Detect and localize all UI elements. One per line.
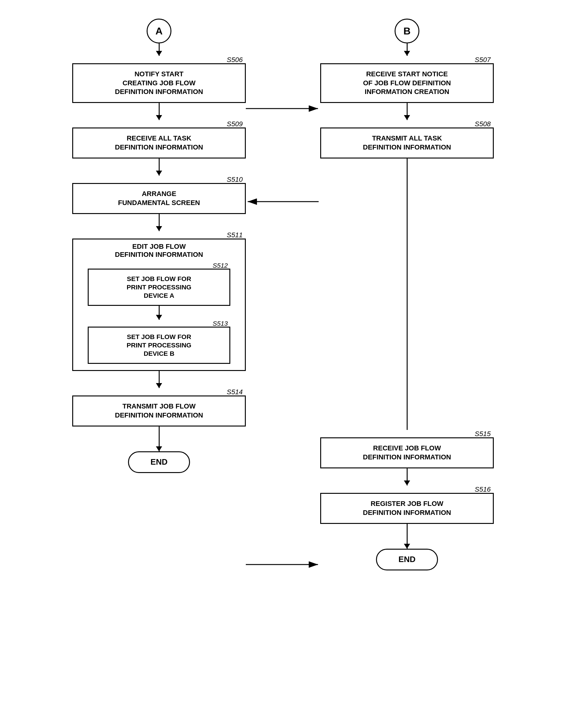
step-s508-row: S508 TRANSMIT ALL TASK DEFINITION INFORM…: [320, 120, 494, 159]
step-s510-row: S510 ARRANGE FUNDAMENTAL SCREEN: [72, 176, 246, 214]
step-s507-row: S507 RECEIVE START NOTICE OF JOB FLOW DE…: [320, 56, 494, 103]
arrow-s514-end: [159, 427, 160, 451]
arrow-a-to-s506: [159, 43, 160, 56]
box-s510: ARRANGE FUNDAMENTAL SCREEN: [72, 183, 246, 214]
box-s513: SET JOB FLOW FOR PRINT PROCESSING DEVICE…: [88, 327, 230, 364]
step-s515-row: S515 RECEIVE JOB FLOW DEFINITION INFORMA…: [320, 430, 494, 468]
step-s516-row: S516 REGISTER JOB FLOW DEFINITION INFORM…: [320, 485, 494, 524]
box-s514: TRANSMIT JOB FLOW DEFINITION INFORMATION: [72, 395, 246, 427]
arrow-s511-s514: [159, 371, 160, 388]
start-node-a: A: [147, 19, 172, 43]
label-s510: S510: [227, 176, 243, 184]
arrow-s512-s513: [159, 306, 160, 320]
box-s507: RECEIVE START NOTICE OF JOB FLOW DEFINIT…: [320, 63, 494, 103]
label-s511: S511: [227, 231, 243, 239]
label-s513: S513: [213, 320, 228, 327]
label-s516: S516: [475, 485, 491, 494]
arrow-s509-s510: [159, 159, 160, 176]
box-s516: REGISTER JOB FLOW DEFINITION INFORMATION: [320, 493, 494, 524]
arrow-s516-end: [407, 524, 408, 549]
step-s513-row: S513 SET JOB FLOW FOR PRINT PROCESSING D…: [88, 320, 230, 364]
box-s512: SET JOB FLOW FOR PRINT PROCESSING DEVICE…: [88, 269, 230, 306]
box-s511-title: EDIT JOB FLOW DEFINITION INFORMATION: [115, 243, 203, 259]
arrow-s506-down: [159, 103, 160, 120]
label-s507: S507: [475, 56, 491, 64]
step-s512-row: S512 SET JOB FLOW FOR PRINT PROCESSING D…: [88, 262, 230, 306]
end-node-left: END: [128, 451, 190, 473]
box-s506: NOTIFY START CREATING JOB FLOW DEFINITIO…: [72, 63, 246, 103]
label-s515: S515: [475, 430, 491, 438]
label-s509: S509: [227, 120, 243, 128]
box-s508: TRANSMIT ALL TASK DEFINITION INFORMATION: [320, 127, 494, 159]
box-s511: EDIT JOB FLOW DEFINITION INFORMATION S51…: [72, 239, 246, 371]
arrow-s515-s516: [407, 468, 408, 485]
step-s514-row: S514 TRANSMIT JOB FLOW DEFINITION INFORM…: [72, 388, 246, 427]
label-s508: S508: [475, 120, 491, 128]
right-long-line: [407, 159, 408, 430]
step-s506-row: S506 NOTIFY START CREATING JOB FLOW DEFI…: [72, 56, 246, 103]
left-column: A S506 NOTIFY START CREATING JOB FLOW DE…: [35, 19, 283, 570]
arrow-s507-s508: [407, 103, 408, 120]
step-s511-row: S511 EDIT JOB FLOW DEFINITION INFORMATIO…: [72, 231, 246, 371]
arrow-b-to-s507: [407, 43, 408, 56]
box-s509: RECEIVE ALL TASK DEFINITION INFORMATION: [72, 127, 246, 159]
right-column: B S507 RECEIVE START NOTICE OF JOB FLOW …: [283, 19, 531, 570]
label-s506: S506: [227, 56, 243, 64]
arrow-s510-s511: [159, 214, 160, 231]
label-s512: S512: [213, 262, 228, 269]
flowchart-diagram: A S506 NOTIFY START CREATING JOB FLOW DE…: [35, 19, 531, 570]
box-s515: RECEIVE JOB FLOW DEFINITION INFORMATION: [320, 437, 494, 468]
start-node-b: B: [394, 19, 419, 43]
end-node-right: END: [376, 549, 438, 570]
label-s514: S514: [227, 388, 243, 396]
step-s509-row: S509 RECEIVE ALL TASK DEFINITION INFORMA…: [72, 120, 246, 159]
